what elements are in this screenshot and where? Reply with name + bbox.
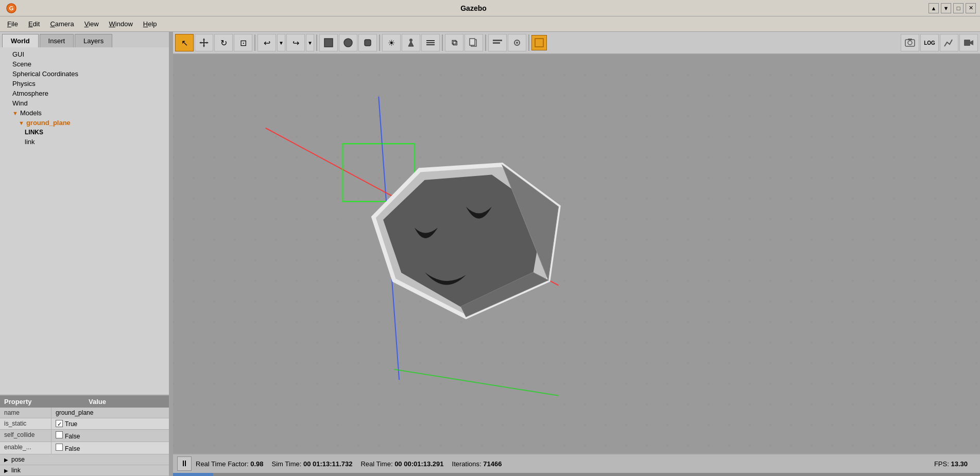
grid-background (173, 55, 980, 453)
cylinder-shape-btn[interactable] (358, 34, 377, 51)
realtime-value: 00 00:01:13.291 (394, 460, 443, 468)
prop-val-is-static[interactable]: ✓True (51, 418, 169, 429)
svg-text:G: G (9, 5, 14, 11)
svg-rect-18 (493, 40, 502, 41)
3d-viewport[interactable] (173, 55, 980, 453)
toolbar-sep-3 (379, 34, 380, 51)
tab-insert[interactable]: Insert (40, 34, 74, 47)
value-col-header: Value (84, 396, 169, 408)
tree-item-spherical-coords[interactable]: Spherical Coordinates (0, 69, 169, 79)
select-tool-btn[interactable]: ↖ (175, 34, 194, 51)
pose-expand-icon: ▶ (4, 457, 8, 463)
rotate-tool-btn[interactable]: ↻ (214, 34, 233, 51)
log-btn[interactable]: LOG (920, 34, 939, 51)
enable-checkbox[interactable] (56, 444, 63, 451)
tree-item-atmosphere[interactable]: Atmosphere (0, 89, 169, 98)
prop-val-enable[interactable]: False (51, 442, 169, 454)
menu-camera[interactable]: Camera (45, 18, 79, 30)
prop-expand-link[interactable]: ▶ link (0, 465, 169, 476)
prop-key-self-collide: self_collide (0, 430, 51, 442)
prop-row-is-static[interactable]: is_static ✓True (0, 418, 169, 430)
right-side: ↖ ↻ ⊡ ↩ ▼ ↪ ▼ ☀ (173, 32, 980, 476)
app-icon: G (6, 3, 17, 14)
svg-rect-8 (324, 39, 333, 47)
world-tree: GUI Scene Spherical Coordinates Physics … (0, 47, 169, 395)
snap-btn[interactable] (508, 34, 526, 51)
tree-item-wind[interactable]: Wind (0, 98, 169, 108)
sun-light-btn[interactable]: ☀ (382, 34, 401, 51)
prop-key-enable: enable_... (0, 442, 51, 454)
tree-item-links: LINKS (0, 128, 169, 137)
undo-btn[interactable]: ↩ (257, 34, 276, 51)
menu-file[interactable]: File (2, 18, 23, 30)
align-tool-btn[interactable] (488, 34, 507, 51)
toolbar-sep-5 (485, 34, 486, 51)
tree-item-link[interactable]: link (0, 137, 169, 147)
svg-marker-27 (970, 40, 973, 45)
menu-help[interactable]: Help (138, 18, 162, 30)
tree-item-models[interactable]: ▼Models (0, 108, 169, 118)
progress-bar-fill (173, 473, 213, 476)
screenshot-btn[interactable] (901, 34, 919, 51)
prop-row-enable[interactable]: enable_... False (0, 442, 169, 454)
video-btn[interactable] (959, 34, 978, 51)
redo-btn[interactable]: ↪ (286, 34, 305, 51)
toolbar-sep-4 (442, 34, 443, 51)
prop-row-name[interactable]: name ground_plane (0, 408, 169, 418)
statusbar: ⏸ Real Time Factor: 0.98 Sim Time: 00 01… (173, 453, 980, 473)
sphere-shape-btn[interactable] (339, 34, 357, 51)
copy-btn[interactable]: ⧉ (445, 34, 463, 51)
fps-value: 13.30 (951, 460, 968, 468)
prop-val-name[interactable]: ground_plane (51, 408, 169, 418)
window-controls[interactable]: ▲ ▼ □ ✕ (929, 3, 976, 13)
spot-light-btn[interactable] (402, 34, 420, 51)
toolbar: ↖ ↻ ⊡ ↩ ▼ ↪ ▼ ☀ (173, 32, 980, 55)
dir-light-btn[interactable] (421, 34, 440, 51)
svg-marker-7 (207, 42, 209, 44)
tree-item-scene[interactable]: Scene (0, 59, 169, 69)
realtime-label: Real Time: 00 00:01:13.291 (360, 460, 452, 468)
svg-marker-5 (203, 45, 205, 47)
is-static-checkbox[interactable]: ✓ (56, 420, 63, 427)
chart-btn[interactable] (940, 34, 958, 51)
maximize-btn[interactable]: □ (953, 3, 964, 13)
tab-layers[interactable]: Layers (75, 34, 112, 47)
tree-item-physics[interactable]: Physics (0, 79, 169, 89)
prop-key-name: name (0, 408, 51, 418)
iterations-value: 71466 (483, 460, 502, 468)
menu-view[interactable]: View (79, 18, 104, 30)
menubar: File Edit Camera View Window Help (0, 16, 980, 32)
menu-edit[interactable]: Edit (23, 18, 45, 30)
svg-rect-19 (493, 42, 500, 44)
prop-key-is-static: is_static (0, 418, 51, 429)
translate-tool-btn[interactable] (195, 34, 213, 51)
tab-world[interactable]: World (2, 34, 39, 47)
close-btn[interactable]: ✕ (966, 3, 976, 13)
realtime-factor-label: Real Time Factor: 0.98 (196, 460, 272, 468)
color-indicator-btn[interactable] (531, 35, 547, 50)
toolbar-sep-1 (254, 34, 255, 51)
left-panel: World Insert Layers GUI Scene Spherical … (0, 32, 170, 476)
minimize-btn[interactable]: ▲ (929, 3, 939, 13)
toolbar-right-buttons: LOG (901, 34, 978, 51)
scale-tool-btn[interactable]: ⊡ (234, 34, 252, 51)
undo-dropdown-btn[interactable]: ▼ (277, 34, 285, 51)
tree-item-ground-plane[interactable]: ▼ground_plane (0, 118, 169, 128)
self-collide-checkbox[interactable] (56, 431, 63, 438)
redo-dropdown-btn[interactable]: ▼ (306, 34, 314, 51)
paste-btn[interactable] (465, 34, 483, 51)
pause-button[interactable]: ⏸ (177, 456, 192, 471)
property-table: Property Value name ground_plane is_stat… (0, 395, 169, 476)
svg-rect-26 (964, 40, 970, 46)
toolbar-sep-2 (316, 34, 317, 51)
prop-expand-pose[interactable]: ▶ pose (0, 454, 169, 465)
restore-btn[interactable]: ▼ (941, 3, 951, 13)
property-col-header: Property (0, 396, 84, 408)
svg-point-9 (344, 39, 352, 47)
realtime-factor-value: 0.98 (250, 460, 263, 468)
tree-item-gui[interactable]: GUI (0, 49, 169, 59)
menu-window[interactable]: Window (104, 18, 138, 30)
prop-val-self-collide[interactable]: False (51, 430, 169, 442)
box-shape-btn[interactable] (319, 34, 338, 51)
prop-row-self-collide[interactable]: self_collide False (0, 430, 169, 442)
